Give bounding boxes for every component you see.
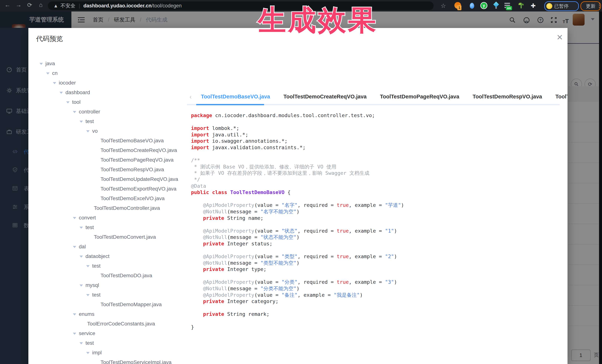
extension-orange-icon[interactable]: 1: [454, 2, 462, 10]
file-tree: javacniocoderdashboardtoolcontrollertest…: [28, 59, 188, 364]
code-line: @ApiModelProperty(value = "分类", required…: [191, 279, 566, 285]
caret-down-icon[interactable]: [80, 342, 83, 344]
insecure-label: 不安全: [60, 2, 75, 9]
tree-folder[interactable]: service: [28, 329, 188, 338]
caret-down-icon[interactable]: [73, 246, 76, 248]
tree-folder[interactable]: test: [28, 223, 188, 232]
tree-folder[interactable]: dal: [28, 242, 188, 251]
caret-down-icon[interactable]: [53, 82, 56, 84]
tree-node-label: ToolTestDemoRespVO.java: [100, 166, 164, 172]
code-line: private String name;: [191, 215, 566, 221]
code-line: [191, 273, 566, 279]
tree-file[interactable]: ToolTestDemoRespVO.java: [28, 165, 188, 174]
tree-folder[interactable]: test: [28, 338, 188, 348]
code-line: @ApiModelProperty(value = "备注", example …: [191, 292, 566, 298]
tree-folder[interactable]: dashboard: [28, 88, 188, 97]
tree-file[interactable]: ToolTestDemoCreateReqVO.java: [28, 146, 188, 155]
code-tab[interactable]: ToolTestDemoRespVO.java: [466, 94, 548, 100]
extension-on-icon[interactable]: on: [505, 2, 512, 10]
tree-folder[interactable]: java: [28, 59, 188, 68]
tree-file[interactable]: ToolTestDemoMapper.java: [28, 300, 188, 309]
tree-file[interactable]: ToolTestDemoExcelVO.java: [28, 194, 188, 203]
bookmark-star-icon[interactable]: ☆: [439, 2, 447, 9]
extension-diamond-icon[interactable]: [492, 2, 500, 10]
tree-node-label: tool: [72, 99, 80, 105]
caret-down-icon[interactable]: [86, 130, 90, 132]
caret-down-icon[interactable]: [73, 111, 76, 113]
code-tab[interactable]: ToolTestDemoPageReqVO.java: [373, 94, 466, 100]
caret-down-icon[interactable]: [86, 294, 90, 296]
tree-file[interactable]: ToolTestDemoUpdateReqVO.java: [28, 174, 188, 184]
tree-file[interactable]: ToolTestDemoDO.java: [28, 271, 188, 281]
caret-down-icon[interactable]: [46, 73, 50, 74]
extension-green-icon[interactable]: y: [480, 2, 488, 10]
tree-folder[interactable]: test: [28, 261, 188, 271]
code-line: @NotNull(message = "状态不能为空"): [191, 234, 566, 240]
tree-node-label: test: [92, 292, 100, 298]
caret-down-icon[interactable]: [73, 217, 76, 219]
caret-down-icon[interactable]: [40, 63, 43, 65]
browser-home-icon[interactable]: ⌂: [37, 1, 45, 8]
caret-down-icon[interactable]: [86, 265, 90, 267]
tree-folder[interactable]: test: [28, 117, 188, 126]
close-icon[interactable]: ✕: [555, 33, 564, 42]
caret-down-icon[interactable]: [80, 227, 83, 229]
tree-folder[interactable]: iocoder: [28, 78, 188, 88]
code-line: import lombok.*;: [191, 125, 566, 132]
code-tab[interactable]: ToolTestDemoBaseVO.java: [194, 94, 277, 100]
caret-down-icon[interactable]: [80, 121, 83, 123]
code-line: private Integer type;: [191, 266, 566, 273]
caret-down-icon[interactable]: [73, 313, 76, 315]
tree-node-label: ToolTestDemoCreateReqVO.java: [100, 147, 177, 153]
tree-folder[interactable]: mysql: [28, 281, 188, 290]
extension-on-badge: on: [506, 6, 512, 10]
tree-file[interactable]: ToolErrorCodeConstants.java: [28, 319, 188, 329]
caret-down-icon[interactable]: [86, 352, 90, 354]
tree-folder[interactable]: tool: [28, 97, 188, 107]
caret-down-icon[interactable]: [66, 101, 70, 104]
paused-extension-pill[interactable]: 已暂停: [544, 1, 579, 11]
code-tab[interactable]: ToolTestDemoCreateReqVO.java: [277, 94, 373, 100]
browser-reload-icon[interactable]: ⟳: [26, 1, 34, 9]
tree-node-label: test: [92, 263, 100, 269]
extension-sprout-icon[interactable]: [517, 2, 525, 10]
tree-folder[interactable]: vo: [28, 126, 188, 136]
tree-file[interactable]: ToolTestDemoConvert.java: [28, 232, 188, 242]
browser-forward-icon[interactable]: →: [14, 1, 23, 8]
code-line: private String remark;: [191, 311, 566, 317]
code-tab[interactable]: ToolTestDemoUpdateReqVO.java: [549, 94, 568, 100]
tabs-scroll-left-icon[interactable]: ‹: [187, 93, 194, 100]
code-preview-dialog: 代码预览 ✕ javacniocoderdashboardtoolcontrol…: [28, 28, 568, 364]
extension-drop-icon[interactable]: [468, 2, 476, 10]
caret-down-icon[interactable]: [73, 333, 76, 335]
tree-file[interactable]: ToolTestDemoBaseVO.java: [28, 136, 188, 146]
code-line: @NotNull(message = "类型不能为空"): [191, 260, 566, 266]
tree-folder[interactable]: dataobject: [28, 251, 188, 261]
tree-folder[interactable]: controller: [28, 107, 188, 117]
tree-folder[interactable]: test: [28, 290, 188, 300]
tree-file[interactable]: ToolTestDemoExportReqVO.java: [28, 184, 188, 194]
caret-down-icon[interactable]: [80, 256, 83, 258]
address-separator: |: [79, 3, 80, 9]
tree-file[interactable]: ToolTestDemoController.java: [28, 203, 188, 213]
tree-file[interactable]: ToolTestDemoPageReqVO.java: [28, 155, 188, 165]
tree-node-label: vo: [92, 128, 98, 134]
code-line: @ApiModelProperty(value = "类型", required…: [191, 253, 566, 260]
tree-node-label: dashboard: [65, 90, 90, 95]
code-line: [191, 305, 566, 311]
code-line: private Integer status;: [191, 240, 566, 247]
tree-node-label: ToolErrorCodeConstants.java: [87, 321, 155, 327]
tree-folder[interactable]: convert: [28, 213, 188, 223]
caret-down-icon[interactable]: [80, 284, 83, 287]
tree-folder[interactable]: enums: [28, 309, 188, 319]
tree-folder[interactable]: impl: [28, 348, 188, 357]
tree-node-label: impl: [92, 350, 102, 355]
tree-file[interactable]: ToolTestDemoServiceImpl.java: [28, 357, 188, 364]
tree-node-label: ToolTestDemoConvert.java: [94, 234, 156, 240]
caret-down-icon[interactable]: [60, 92, 63, 94]
browser-back-icon[interactable]: ←: [3, 1, 11, 8]
tree-node-label: convert: [79, 215, 96, 220]
extensions-puzzle-icon[interactable]: ✚: [529, 2, 537, 10]
tree-folder[interactable]: cn: [28, 68, 188, 78]
browser-menu-icon[interactable]: ⋮: [597, 3, 602, 9]
